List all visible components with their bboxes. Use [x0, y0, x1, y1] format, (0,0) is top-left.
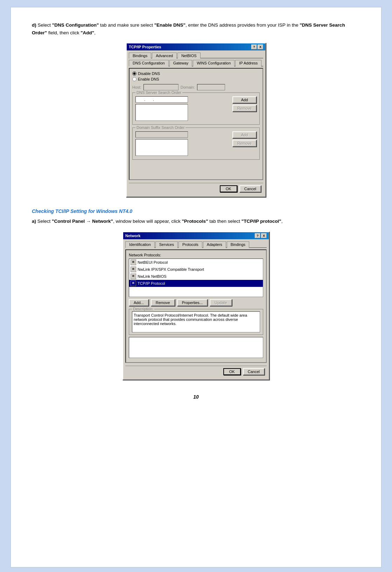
tab-bindings[interactable]: Bindings [129, 53, 151, 58]
tcpip-icon: 🛠 [131, 281, 136, 286]
tcpip-dialog: TCP/IP Properties ? X Bindings Advanced … [126, 43, 266, 197]
tcpip-title: TCP/IP Properties [129, 45, 161, 49]
suffix-remove-btn[interactable]: Remove [232, 140, 257, 147]
extra-space [129, 337, 263, 358]
tab-identification[interactable]: Identification [125, 241, 155, 248]
domain-suffix-listbox[interactable] [135, 139, 188, 156]
host-input[interactable] [144, 84, 178, 90]
network-dialog-wrapper: Network ? X Identification Services Prot… [32, 232, 360, 380]
section-a-text: a) Select "Control Panel → Network", win… [32, 218, 360, 225]
dns-ip-seg3[interactable] [154, 97, 162, 102]
tab-services[interactable]: Services [155, 241, 178, 248]
dns-remove-btn[interactable]: Remove [232, 105, 257, 112]
dns-server-listbox[interactable] [135, 104, 188, 121]
section-a-label: a) [32, 219, 36, 224]
tab-dns-configuration[interactable]: DNS Configuration [129, 60, 169, 67]
description-group-label: Description: [132, 307, 154, 311]
dns-ip-seg1[interactable] [136, 97, 144, 102]
tcpip-body: Bindings Advanced NetBIOS DNS Configurat… [127, 50, 265, 197]
network-properties-btn[interactable]: Properties... [177, 299, 208, 306]
tcpip-dialog-buttons: OK Cancel [129, 183, 263, 194]
protocol-item-nwlink-netbios[interactable]: 🛠 NwLink NetBIOS [129, 273, 263, 280]
tab-ip-address[interactable]: IP Address [235, 60, 261, 67]
tab-bindings[interactable]: Bindings [227, 241, 249, 248]
tcpip-close-btn[interactable]: X [258, 44, 263, 49]
network-title: Network [125, 234, 140, 238]
network-tabs: Identification Services Protocols Adapte… [125, 241, 267, 248]
domain-suffix-input[interactable] [135, 131, 188, 138]
domain-suffix-group-label: Domain Suffix Search Order [135, 125, 186, 130]
network-ok-btn[interactable]: OK [223, 368, 241, 375]
network-protocols-content: Network Protocols: 🛠 NetBEUI Protocol 🛠 … [125, 249, 267, 363]
description-group: Description: Transport Control Protocol/… [129, 309, 263, 335]
domain-suffix-right: Add Remove [232, 131, 257, 147]
network-body: Identification Services Protocols Adapte… [123, 239, 269, 379]
dns-server-group-content: . . Add Rem [135, 96, 257, 122]
network-titlebar-buttons: ? X [255, 233, 267, 238]
network-dialog: Network ? X Identification Services Prot… [122, 232, 270, 380]
enable-dns-radio[interactable] [132, 77, 136, 81]
tcpip-titlebar-buttons: ? X [251, 44, 263, 49]
host-domain-row: Host: Domain: [132, 84, 260, 90]
nwlink-netbios-label: NwLink NetBIOS [138, 274, 167, 278]
page-number: 10 [32, 394, 360, 400]
netbeui-label: NetBEUI Protocol [138, 260, 168, 264]
tcpip-tab-row1: Bindings Advanced NetBIOS [129, 53, 263, 58]
tcpip-titlebar: TCP/IP Properties ? X [127, 43, 265, 50]
dns-ip-input[interactable]: . . [135, 96, 188, 103]
nwlink-ipxspx-icon: 🛠 [131, 267, 136, 272]
tcpip-tab-row2: DNS Configuration Gateway WINS Configura… [129, 60, 263, 67]
tab-advanced[interactable]: Advanced [152, 53, 177, 58]
dns-ip-seg2[interactable] [145, 97, 153, 102]
suffix-add-btn[interactable]: Add [232, 131, 257, 138]
tab-gateway[interactable]: Gateway [169, 60, 192, 67]
domain-suffix-left [135, 131, 230, 157]
dns-server-layout: . . Add Rem [135, 96, 257, 122]
network-cancel-btn[interactable]: Cancel [243, 368, 265, 375]
dns-add-btn[interactable]: Add [232, 96, 257, 103]
tcpip-label: TCP/IP Protocol [138, 281, 165, 285]
network-action-buttons: Add... Remove Properties... Update [129, 299, 263, 306]
tcpip-dns-content: Disable DNS Enable DNS Host: Domain: [129, 68, 263, 180]
enable-dns-label[interactable]: Enable DNS [132, 77, 260, 81]
network-dialog-buttons: OK Cancel [125, 366, 267, 377]
protocols-listbox[interactable]: 🛠 NetBEUI Protocol 🛠 NwLink IPX/SPX Comp… [129, 259, 263, 297]
disable-dns-label[interactable]: Disable DNS [132, 71, 260, 76]
tab-wins-configuration[interactable]: WINS Configuration [193, 60, 234, 67]
netbeui-icon: 🛠 [131, 260, 136, 265]
dns-server-group-label: DNS Server Search Order [135, 90, 182, 95]
tab-netbios[interactable]: NetBIOS [177, 53, 200, 58]
tcpip-ok-btn[interactable]: OK [220, 185, 237, 192]
page: d) Select "DNS Configuration" tab and ma… [10, 7, 382, 567]
disable-dns-text: Disable DNS [138, 71, 160, 76]
domain-label: Domain: [181, 85, 195, 89]
network-update-btn[interactable]: Update [210, 299, 232, 306]
protocol-item-tcpip[interactable]: 🛠 TCP/IP Protocol [129, 280, 263, 287]
network-close-btn[interactable]: X [261, 233, 267, 238]
dns-server-group: DNS Server Search Order . . [132, 92, 260, 125]
disable-dns-radio[interactable] [132, 71, 136, 76]
nwlink-netbios-icon: 🛠 [131, 274, 136, 279]
enable-dns-text: Enable DNS [138, 77, 159, 81]
dns-server-right: Add Remove [232, 96, 257, 112]
description-text: Transport Control Protocol/Internet Prot… [134, 313, 247, 326]
section-d-label: d) [32, 22, 36, 28]
section-d-text: d) Select "DNS Configuration" tab and ma… [32, 21, 360, 36]
tab-protocols[interactable]: Protocols [178, 241, 202, 248]
protocol-item-nwlink-ipxspx[interactable]: 🛠 NwLink IPX/SPX Compatible Transport [129, 266, 263, 273]
network-add-btn[interactable]: Add... [129, 299, 149, 306]
nwlink-ipxspx-label: NwLink IPX/SPX Compatible Transport [138, 267, 204, 271]
host-label: Host: [132, 85, 141, 89]
domain-input[interactable] [197, 84, 225, 90]
network-help-btn[interactable]: ? [255, 233, 260, 238]
domain-suffix-group: Domain Suffix Search Order Add Remove [132, 128, 260, 160]
network-remove-btn[interactable]: Remove [151, 299, 175, 306]
protocol-item-netbeui[interactable]: 🛠 NetBEUI Protocol [129, 259, 263, 266]
page-number-text: 10 [193, 394, 199, 400]
checking-heading: Checking TCI/IP Setting for Windows NT4.… [32, 208, 360, 214]
tcpip-cancel-btn[interactable]: Cancel [239, 185, 261, 192]
tab-adapters[interactable]: Adapters [203, 241, 226, 248]
domain-suffix-layout: Add Remove [135, 131, 257, 157]
tcpip-help-btn[interactable]: ? [251, 44, 257, 49]
dns-server-left: . . [135, 96, 230, 122]
